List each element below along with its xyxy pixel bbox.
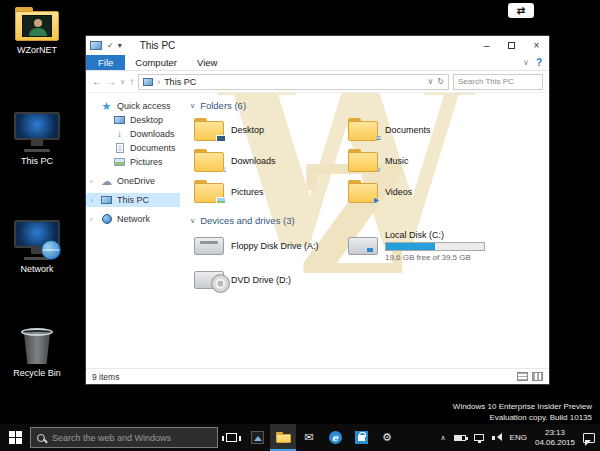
expand-chevron-icon[interactable]: › — [90, 215, 96, 224]
expand-chevron-icon[interactable]: › — [90, 196, 96, 205]
disk-usage-bar — [385, 242, 485, 251]
network-status-icon[interactable] — [474, 434, 484, 441]
up-button[interactable]: ↑ — [129, 76, 134, 87]
sidebar-item-onedrive[interactable]: › ☁ OneDrive — [86, 174, 180, 188]
maximize-button[interactable] — [499, 36, 524, 55]
documents-icon — [116, 143, 124, 153]
tab-computer[interactable]: Computer — [125, 55, 187, 70]
details-view-button[interactable] — [517, 372, 528, 381]
sidebar-item-desktop[interactable]: Desktop — [86, 113, 180, 127]
folder-desktop[interactable]: Desktop — [194, 114, 344, 145]
folder-pictures[interactable]: Pictures — [194, 176, 344, 207]
search-icon — [37, 434, 45, 442]
status-bar: 9 items — [86, 368, 549, 384]
sidebar-item-downloads[interactable]: ↓ Downloads — [86, 127, 180, 141]
pinned-app-mail[interactable]: ✉ — [296, 424, 322, 451]
top-arrows-button[interactable]: ⇄ — [508, 3, 534, 18]
desktop-icon-label: Network — [20, 264, 53, 274]
desktop-folder-icon — [194, 118, 224, 141]
desktop-icon-label: WZorNET — [17, 45, 57, 55]
sidebar-item-this-pc[interactable]: › This PC — [86, 193, 180, 207]
sidebar-item-network[interactable]: › Network — [86, 212, 180, 226]
drive-dvd-d[interactable]: DVD Drive (D:) — [194, 263, 344, 297]
close-button[interactable]: × — [524, 36, 549, 55]
sidebar-item-documents[interactable]: Documents — [86, 141, 180, 155]
this-pc-icon-small — [101, 196, 112, 204]
pinned-app-edge[interactable]: e — [322, 424, 348, 451]
taskbar-search-input[interactable] — [50, 432, 211, 444]
help-icon[interactable]: ? — [536, 57, 542, 68]
pinned-app-settings[interactable]: ⚙ — [374, 424, 400, 451]
address-bar[interactable]: › This PC ∨ ↻ — [138, 74, 449, 90]
desktop-icon-wzornet[interactable]: WZorNET — [4, 7, 70, 55]
collapse-chevron-icon[interactable]: ∨ — [190, 102, 195, 110]
folder-music[interactable]: ♪ Music — [348, 145, 508, 176]
address-dropdown-icon[interactable]: ∨ — [427, 77, 433, 86]
taskbar-file-explorer[interactable] — [270, 424, 296, 451]
computer-icon — [13, 112, 61, 152]
recent-locations-dropdown-icon[interactable]: ∨ — [120, 78, 125, 86]
network-icon-small — [102, 214, 112, 224]
action-center-icon[interactable] — [583, 433, 595, 443]
hidden-icons-button[interactable]: ∧ — [440, 434, 445, 442]
user-avatar — [22, 15, 52, 37]
expand-chevron-icon[interactable]: › — [90, 177, 96, 186]
explorer-system-icon[interactable] — [90, 41, 102, 50]
pinned-app-store[interactable] — [348, 424, 374, 451]
sidebar-item-pictures[interactable]: Pictures — [86, 155, 180, 169]
devices-section-header[interactable]: ∨ Devices and drives (3) — [190, 215, 541, 226]
collapse-chevron-icon[interactable]: ∨ — [190, 217, 195, 225]
down-arrow-overlay-icon: ↓ — [223, 165, 228, 174]
search-box[interactable] — [453, 74, 543, 90]
desktop-icon-network[interactable]: Network — [4, 220, 70, 274]
address-toolbar: ← → ∨ ↑ › This PC ∨ ↻ — [86, 71, 549, 93]
search-input[interactable] — [454, 75, 542, 89]
gear-icon: ⚙ — [382, 432, 392, 443]
desktop-icon-this-pc[interactable]: This PC — [4, 112, 70, 166]
folders-section-header[interactable]: ∨ Folders (6) — [190, 100, 541, 111]
taskbar-clock[interactable]: 23:13 04.06.2015 — [535, 428, 575, 448]
downloads-icon: ↓ — [113, 128, 126, 140]
sidebar-item-quick-access[interactable]: ★ Quick access — [86, 99, 180, 113]
swap-arrows-icon: ⇄ — [517, 5, 525, 16]
qat-check-icon[interactable]: ✓ — [107, 41, 114, 50]
navigation-pane: ★ Quick access Desktop ↓ Downloads Docum… — [86, 93, 180, 368]
items-count: 9 items — [92, 372, 119, 382]
minimize-button[interactable]: – — [474, 36, 499, 55]
pictures-folder-icon — [194, 180, 224, 203]
ribbon-expand-icon[interactable]: ∨ — [523, 58, 529, 67]
picture-overlay-icon — [216, 197, 226, 204]
taskbar-search-box[interactable] — [30, 427, 218, 448]
breadcrumb[interactable]: This PC — [164, 77, 196, 87]
user-folder-icon — [15, 7, 59, 41]
start-button[interactable] — [0, 424, 30, 451]
task-view-button[interactable] — [218, 424, 244, 451]
thumbnails-view-button[interactable] — [532, 372, 543, 381]
store-icon — [355, 431, 368, 444]
tab-view[interactable]: View — [187, 55, 227, 70]
refresh-icon[interactable]: ↻ — [437, 77, 444, 86]
hard-drive-icon — [348, 237, 378, 255]
drive-floppy-a[interactable]: Floppy Disk Drive (A:) — [194, 229, 344, 263]
desktop-icon-recycle-bin[interactable]: Recycle Bin — [4, 328, 70, 378]
language-indicator[interactable]: ENG — [510, 433, 527, 442]
tab-file[interactable]: File — [86, 55, 125, 70]
recycle-bin-icon — [21, 328, 53, 364]
drive-local-c[interactable]: Local Disk (C:) 19,6 GB free of 39,5 GB — [348, 229, 508, 263]
folder-videos[interactable]: ► Videos — [348, 176, 508, 207]
free-space-text: 19,6 GB free of 39,5 GB — [385, 253, 485, 262]
pinned-app-photos[interactable] — [244, 424, 270, 451]
desktop-icon-label: Recycle Bin — [13, 368, 61, 378]
volume-icon[interactable] — [492, 433, 502, 442]
caption-buttons: – × — [474, 36, 549, 55]
lines-overlay-icon: ≡ — [376, 134, 381, 143]
battery-icon[interactable] — [454, 435, 466, 441]
title-bar[interactable]: ✓ ▾ This PC – × — [86, 36, 549, 55]
qat-dropdown-icon[interactable]: ▾ — [118, 41, 122, 50]
system-tray: ∧ ENG 23:13 04.06.2015 — [440, 428, 600, 448]
folder-downloads[interactable]: ↓ Downloads — [194, 145, 344, 176]
back-button[interactable]: ← — [92, 76, 102, 87]
folder-documents[interactable]: ≡ Documents — [348, 114, 508, 145]
forward-button[interactable]: → — [106, 76, 116, 87]
music-note-overlay-icon: ♪ — [377, 165, 382, 174]
